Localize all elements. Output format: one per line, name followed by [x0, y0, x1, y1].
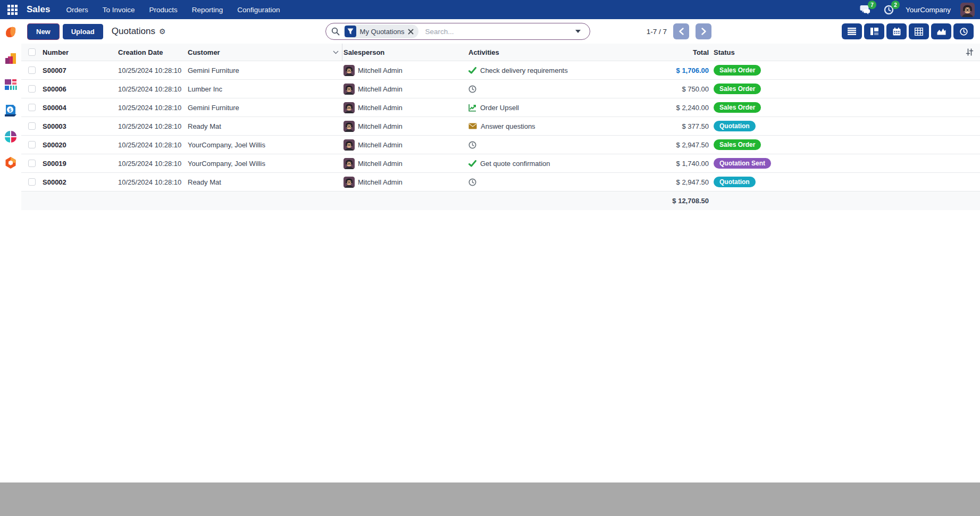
search-input[interactable]: [425, 28, 568, 36]
activity-label: Order Upsell: [480, 104, 519, 112]
row-customer: Ready Mat: [188, 173, 342, 191]
row-activity[interactable]: [468, 173, 612, 191]
pager-next-button[interactable]: [696, 23, 711, 39]
row-total: $ 2,947.50: [612, 173, 709, 191]
table-row[interactable]: S0000410/25/2024 10:28:10Gemini Furnitur…: [21, 98, 980, 117]
row-checkbox[interactable]: [21, 80, 43, 98]
nav-item-products[interactable]: Products: [149, 6, 178, 14]
activities-button[interactable]: 2: [882, 3, 896, 16]
status-badge: Quotation: [714, 177, 756, 187]
view-switcher: [842, 23, 974, 39]
row-checkbox[interactable]: [21, 173, 43, 191]
row-activity[interactable]: [468, 136, 612, 154]
column-header-activities[interactable]: Activities: [468, 44, 612, 61]
table-row[interactable]: S0001910/25/2024 10:28:10YourCompany, Jo…: [21, 154, 980, 173]
row-activity[interactable]: Check delivery requirements: [468, 61, 612, 79]
row-status: Quotation: [709, 173, 980, 191]
activity-clock-icon: [468, 141, 476, 149]
nav-item-orders[interactable]: Orders: [66, 6, 88, 14]
pivot-view-button[interactable]: [909, 23, 929, 39]
action-gear-icon[interactable]: ⚙: [159, 27, 166, 36]
main-area: $ Ne: [0, 19, 980, 482]
filter-remove-icon[interactable]: [408, 29, 414, 35]
table-row[interactable]: S0000710/25/2024 10:28:10Gemini Furnitur…: [21, 61, 980, 80]
pager-previous-button[interactable]: [673, 23, 689, 39]
svg-text:$: $: [9, 107, 11, 113]
row-salesperson: Mitchell Admin: [342, 98, 468, 116]
row-customer: YourCompany, Joel Willis: [188, 154, 342, 172]
row-number: S00020: [43, 136, 118, 154]
nav-item-to-invoice[interactable]: To Invoice: [103, 6, 135, 14]
row-customer: YourCompany, Joel Willis: [188, 136, 342, 154]
table-row[interactable]: S0000610/25/2024 10:28:10Lumber IncMitch…: [21, 80, 980, 98]
optional-columns-toggle[interactable]: [962, 44, 980, 61]
app-brand[interactable]: Sales: [27, 4, 50, 15]
row-total: $ 1,740.00: [612, 154, 709, 172]
row-salesperson: Mitchell Admin: [342, 154, 468, 172]
row-status: Sales Order: [709, 61, 980, 79]
settings-icon: [4, 156, 18, 170]
activity-view-button[interactable]: [953, 23, 974, 39]
sidebar-app-settings[interactable]: [4, 156, 18, 170]
row-checkbox[interactable]: [21, 117, 43, 135]
pie-wheel-icon: [4, 130, 18, 144]
table-header: Number Creation Date Customer Salesperso…: [21, 44, 980, 61]
nav-item-reporting[interactable]: Reporting: [192, 6, 223, 14]
messages-button[interactable]: 7: [859, 3, 873, 16]
salesperson-name: Mitchell Admin: [358, 122, 403, 130]
kanban-view-button[interactable]: [864, 23, 884, 39]
row-creation-date: 10/25/2024 10:28:10: [118, 98, 188, 116]
quotations-list: Number Creation Date Customer Salesperso…: [21, 44, 980, 210]
row-activity[interactable]: [468, 80, 612, 98]
row-checkbox[interactable]: [21, 136, 43, 154]
status-badge: Quotation: [714, 121, 756, 131]
table-row[interactable]: S0002010/25/2024 10:28:10YourCompany, Jo…: [21, 136, 980, 154]
column-header-customer[interactable]: Customer: [188, 44, 342, 61]
row-number: S00007: [43, 61, 118, 79]
row-salesperson: Mitchell Admin: [342, 136, 468, 154]
new-button[interactable]: New: [28, 24, 59, 39]
user-avatar[interactable]: [960, 3, 975, 17]
sidebar-app-crm[interactable]: [4, 26, 18, 39]
table-row[interactable]: S0000310/25/2024 10:28:10Ready MatMitche…: [21, 117, 980, 136]
sidebar-app-sales[interactable]: [4, 52, 18, 65]
row-checkbox[interactable]: [21, 98, 43, 116]
apps-menu-icon[interactable]: [5, 3, 19, 16]
row-activity[interactable]: Answer questions: [468, 117, 612, 135]
salesperson-avatar: [344, 84, 355, 95]
column-header-creation-date[interactable]: Creation Date: [118, 44, 188, 61]
row-checkbox[interactable]: [21, 61, 43, 79]
row-salesperson: Mitchell Admin: [342, 173, 468, 191]
row-activity[interactable]: Get quote confirmation: [468, 154, 612, 172]
calendar-view-button[interactable]: [886, 23, 907, 39]
salesperson-avatar: [344, 121, 355, 132]
company-switcher[interactable]: YourCompany: [906, 6, 951, 14]
sidebar-app-invoicing[interactable]: $: [4, 104, 18, 118]
upload-button[interactable]: Upload: [63, 24, 103, 39]
sidebar-app-analytics[interactable]: [4, 130, 18, 144]
pager-value[interactable]: 1-7 / 7: [647, 28, 667, 36]
salesperson-avatar: [344, 65, 355, 76]
column-header-number[interactable]: Number: [43, 44, 118, 61]
search-bar: My Quotations: [325, 23, 590, 40]
column-header-status[interactable]: Status: [709, 44, 962, 61]
select-all-checkbox[interactable]: [21, 44, 43, 61]
row-total: $ 2,947.50: [612, 136, 709, 154]
row-number: S00019: [43, 154, 118, 172]
column-header-total[interactable]: Total: [612, 44, 709, 61]
row-checkbox[interactable]: [21, 154, 43, 172]
row-creation-date: 10/25/2024 10:28:10: [118, 61, 188, 79]
status-badge: Sales Order: [714, 84, 761, 94]
table-row[interactable]: S0000210/25/2024 10:28:10Ready MatMitche…: [21, 173, 980, 192]
row-activity[interactable]: Order Upsell: [468, 98, 612, 116]
graph-view-button[interactable]: [931, 23, 951, 39]
sidebar-app-dashboards[interactable]: [4, 78, 18, 91]
column-header-salesperson[interactable]: Salesperson: [342, 44, 468, 61]
salesperson-avatar: [344, 158, 355, 169]
list-view-button[interactable]: [842, 23, 862, 39]
sliders-icon: [966, 48, 974, 56]
nav-item-configuration[interactable]: Configuration: [237, 6, 280, 14]
kanban-view-icon: [870, 28, 878, 35]
search-options-toggle[interactable]: [568, 23, 588, 39]
row-salesperson: Mitchell Admin: [342, 61, 468, 79]
